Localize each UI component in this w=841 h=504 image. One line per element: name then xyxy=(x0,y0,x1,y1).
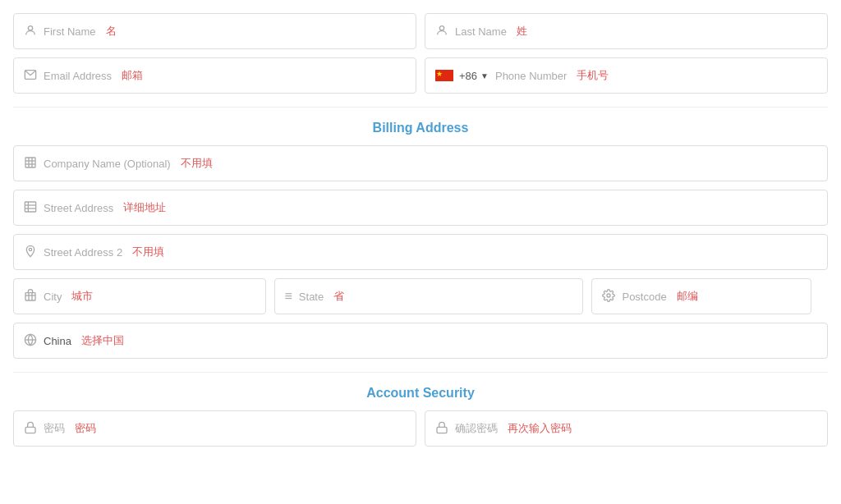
street-field[interactable]: Street Address 详细地址 xyxy=(13,190,828,226)
phone-dropdown-arrow[interactable]: ▼ xyxy=(480,71,489,80)
city-field[interactable]: City 城市 xyxy=(13,278,266,314)
svg-point-0 xyxy=(28,25,32,30)
state-hint: 省 xyxy=(333,289,344,304)
company-field[interactable]: Company Name (Optional) 不用填 xyxy=(13,145,828,181)
billing-section-title: Billing Address xyxy=(13,107,828,135)
last-name-hint: 姓 xyxy=(517,24,527,39)
street2-field[interactable]: Street Address 2 不用填 xyxy=(13,234,828,270)
country-field[interactable]: China 选择中国 xyxy=(13,323,828,359)
svg-point-17 xyxy=(607,294,610,297)
person-last-icon xyxy=(435,24,448,39)
svg-rect-20 xyxy=(25,427,35,433)
first-name-field[interactable]: First Name 名 xyxy=(13,13,416,49)
phone-field[interactable]: +86 ▼ Phone Number 手机号 xyxy=(425,57,828,94)
street-hint: 详细地址 xyxy=(123,200,166,215)
gear-icon xyxy=(602,289,615,305)
password-row: 密码 密码 确認密碼 再次输入密码 xyxy=(13,410,828,447)
phone-code: +86 xyxy=(459,70,477,82)
company-row: Company Name (Optional) 不用填 xyxy=(13,145,828,181)
email-icon xyxy=(24,68,37,84)
confirm-placeholder: 确認密碼 xyxy=(455,421,498,436)
password-field[interactable]: 密码 密码 xyxy=(13,410,416,447)
svg-rect-3 xyxy=(25,158,35,167)
svg-point-1 xyxy=(439,25,443,30)
street2-placeholder: Street Address 2 xyxy=(44,246,122,259)
street-icon xyxy=(24,200,37,216)
svg-rect-21 xyxy=(437,427,447,433)
postcode-hint: 邮编 xyxy=(677,289,698,304)
street-row: Street Address 详细地址 xyxy=(13,190,828,226)
phone-placeholder: Phone Number xyxy=(495,70,567,82)
street2-hint: 不用填 xyxy=(132,245,164,259)
state-placeholder: State xyxy=(299,291,324,303)
confirm-password-field[interactable]: 确認密碼 再次输入密码 xyxy=(425,410,828,447)
lock-icon xyxy=(24,421,37,437)
person-icon xyxy=(24,24,37,39)
email-hint: 邮箱 xyxy=(122,68,143,83)
last-name-placeholder: Last Name xyxy=(455,25,507,38)
personal-contact-row: Email Address 邮箱 +86 ▼ Phone Number 手机号 xyxy=(13,57,828,94)
city-hint: 城市 xyxy=(71,289,93,304)
lock-confirm-icon xyxy=(435,421,448,437)
phone-hint: 手机号 xyxy=(577,68,609,83)
postcode-placeholder: Postcode xyxy=(622,291,666,303)
svg-rect-13 xyxy=(25,292,35,300)
street2-row: Street Address 2 不用填 xyxy=(13,234,828,270)
city-placeholder: City xyxy=(44,291,62,303)
globe-icon xyxy=(24,333,37,349)
company-hint: 不用填 xyxy=(181,156,213,171)
state-icon: ≡ xyxy=(285,289,292,304)
security-section-title: Account Security xyxy=(13,372,828,401)
password-placeholder: 密码 xyxy=(44,421,65,436)
email-placeholder: Email Address xyxy=(44,70,112,82)
first-name-placeholder: First Name xyxy=(44,25,96,38)
postcode-field[interactable]: Postcode 邮编 xyxy=(591,278,811,314)
password-hint: 密码 xyxy=(75,421,96,436)
confirm-hint: 再次输入密码 xyxy=(508,421,572,436)
china-flag xyxy=(435,70,453,81)
registration-form: First Name 名 Last Name 姓 Email Address 邮… xyxy=(13,13,828,447)
company-placeholder: Company Name (Optional) xyxy=(44,158,171,170)
phone-prefix[interactable]: +86 ▼ xyxy=(435,70,489,82)
first-name-hint: 名 xyxy=(106,24,117,39)
country-hint: 选择中国 xyxy=(81,333,124,348)
building-icon xyxy=(24,156,37,172)
email-field[interactable]: Email Address 邮箱 xyxy=(13,57,416,94)
country-row: China 选择中国 xyxy=(13,323,828,359)
country-value: China xyxy=(44,335,71,347)
svg-rect-8 xyxy=(25,202,35,212)
state-field[interactable]: ≡ State 省 xyxy=(274,278,584,314)
personal-name-row: First Name 名 Last Name 姓 xyxy=(13,13,828,49)
city-icon xyxy=(24,289,37,305)
street-placeholder: Street Address xyxy=(44,202,113,214)
city-state-row: City 城市 ≡ State 省 Postcode 邮编 xyxy=(13,278,828,314)
last-name-field[interactable]: Last Name 姓 xyxy=(425,13,828,49)
pin-icon xyxy=(24,245,37,260)
svg-point-12 xyxy=(29,248,31,250)
